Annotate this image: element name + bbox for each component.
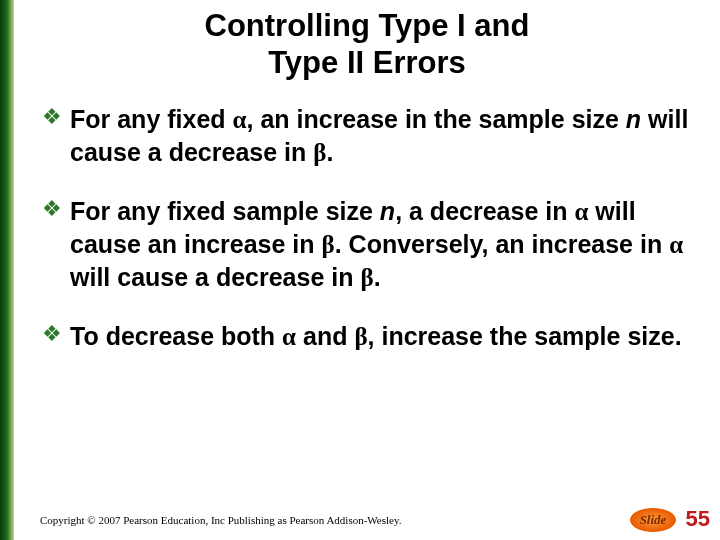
text: and <box>296 322 354 350</box>
alpha-symbol: α <box>574 198 588 225</box>
copyright-text: Copyright © 2007 Pearson Education, Inc … <box>40 514 401 526</box>
bullet-3-text: To decrease both α and β, increase the s… <box>70 320 682 353</box>
text: will cause a decrease in <box>70 263 360 291</box>
bullet-1: ❖ For any fixed α, an increase in the sa… <box>42 103 692 169</box>
n-italic: n <box>626 105 641 133</box>
alpha-symbol: α <box>669 231 683 258</box>
beta-symbol: β <box>322 231 335 258</box>
text: To decrease both <box>70 322 282 350</box>
bullet-2-text: For any fixed sample size n, a decrease … <box>70 195 692 294</box>
diamond-icon: ❖ <box>42 198 62 220</box>
text: For any fixed <box>70 105 233 133</box>
page-number: 55 <box>686 506 710 532</box>
text: . <box>326 138 333 166</box>
bullet-3: ❖ To decrease both α and β, increase the… <box>42 320 692 353</box>
text: . Conversely, an increase in <box>335 230 669 258</box>
accent-bar <box>0 0 14 540</box>
title-line-2: Type II Errors <box>268 45 466 80</box>
alpha-symbol: α <box>233 106 247 133</box>
bullet-1-text: For any fixed α, an increase in the samp… <box>70 103 692 169</box>
diamond-icon: ❖ <box>42 106 62 128</box>
bullet-2: ❖ For any fixed sample size n, a decreas… <box>42 195 692 294</box>
text: For any fixed sample size <box>70 197 380 225</box>
slide-badge-label: Slide <box>640 512 667 528</box>
text: , increase the sample size. <box>368 322 682 350</box>
title-line-1: Controlling Type I and <box>205 8 530 43</box>
diamond-icon: ❖ <box>42 323 62 345</box>
n-italic: n <box>380 197 395 225</box>
slide-title: Controlling Type I and Type II Errors <box>42 8 692 81</box>
text: . <box>374 263 381 291</box>
beta-symbol: β <box>313 139 326 166</box>
alpha-symbol: α <box>282 323 296 350</box>
text: , an increase in the sample size <box>247 105 626 133</box>
text: , a decrease in <box>395 197 574 225</box>
beta-symbol: β <box>360 264 373 291</box>
slide-content: Controlling Type I and Type II Errors ❖ … <box>14 0 720 540</box>
beta-symbol: β <box>354 323 367 350</box>
slide-badge: Slide <box>630 508 676 532</box>
